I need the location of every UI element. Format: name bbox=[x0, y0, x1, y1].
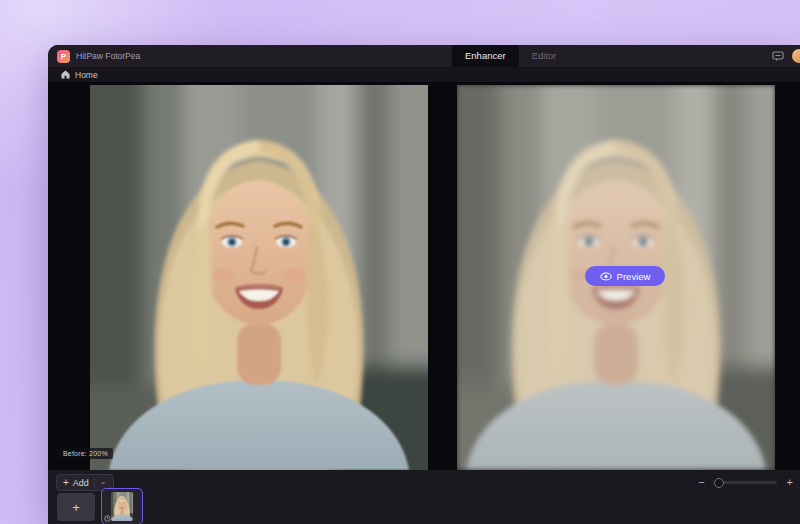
image-thumbnail-selected[interactable] bbox=[101, 488, 143, 524]
chevron-down-icon: ⌄ bbox=[100, 477, 107, 486]
zoom-out-button[interactable]: − bbox=[696, 477, 706, 488]
before-photo bbox=[90, 85, 428, 470]
tab-enhancer[interactable]: Enhancer bbox=[452, 45, 519, 67]
before-zoom-badge: Before: 200% bbox=[58, 448, 113, 459]
before-image bbox=[90, 85, 428, 470]
thumbnail-photo bbox=[111, 492, 133, 521]
breadcrumb-home[interactable]: Home bbox=[48, 67, 800, 82]
plus-icon: + bbox=[63, 478, 69, 488]
add-image-tile[interactable]: + bbox=[57, 493, 95, 521]
zoom-in-button[interactable]: + bbox=[785, 477, 795, 488]
plus-icon: + bbox=[72, 500, 80, 515]
bottom-toolbar: + Add ⌄ + bbox=[48, 470, 800, 524]
app-title: HitPaw FotorPea bbox=[76, 51, 140, 61]
zoom-slider[interactable] bbox=[715, 481, 777, 484]
titlebar: P HitPaw FotorPea Enhancer Editor bbox=[48, 45, 800, 67]
add-label: Add bbox=[73, 478, 89, 488]
clock-icon bbox=[104, 515, 111, 522]
home-label: Home bbox=[75, 70, 98, 80]
titlebar-right bbox=[772, 45, 800, 67]
app-logo-icon: P bbox=[57, 50, 70, 63]
mode-tabs: Enhancer Editor bbox=[452, 45, 570, 67]
zoom-controls: − + bbox=[696, 477, 795, 488]
after-image: Preview bbox=[457, 85, 775, 470]
feedback-icon[interactable] bbox=[772, 51, 784, 62]
avatar[interactable] bbox=[792, 49, 800, 63]
eye-icon bbox=[600, 272, 612, 281]
home-icon bbox=[61, 70, 70, 79]
preview-button[interactable]: Preview bbox=[585, 266, 665, 286]
divider bbox=[94, 478, 95, 488]
page-background: P HitPaw FotorPea Enhancer Editor Home bbox=[0, 0, 800, 524]
compare-canvas: Preview Before: 200% bbox=[48, 82, 800, 470]
zoom-slider-handle[interactable] bbox=[714, 478, 724, 488]
logo-letter: P bbox=[61, 52, 66, 61]
tab-editor[interactable]: Editor bbox=[519, 45, 570, 67]
app-window: P HitPaw FotorPea Enhancer Editor Home bbox=[48, 45, 800, 524]
preview-label: Preview bbox=[617, 271, 651, 282]
